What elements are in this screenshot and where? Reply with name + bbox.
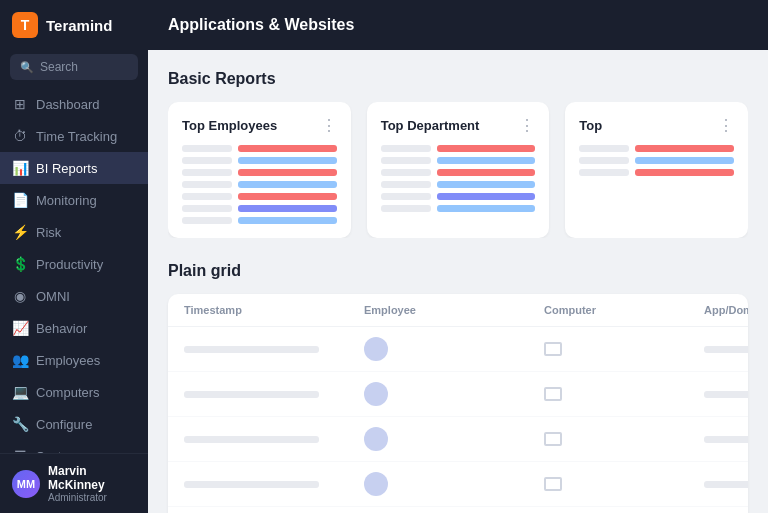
cell-employee-2 [364,427,544,451]
employee-avatar-2 [364,427,388,451]
bar-label-1-3 [381,181,431,188]
bar-fill-1-2 [437,169,536,176]
sidebar-item-monitoring[interactable]: 📄Monitoring [0,184,148,216]
bar-fill-2-1 [635,157,734,164]
bar-row-2-0 [579,145,734,152]
nav-items: ⊞Dashboard⏱Time Tracking📊BI Reports📄Moni… [0,88,148,453]
bar-label-2-2 [579,169,629,176]
computers-icon: 💻 [12,384,28,400]
bar-fill-0-1 [238,157,337,164]
bar-row-1-3 [381,181,536,188]
card-menu-0[interactable]: ⋮ [321,116,337,135]
cell-employee-0 [364,337,544,361]
page-title: Applications & Websites [168,16,354,34]
card-menu-2[interactable]: ⋮ [718,116,734,135]
sidebar-item-label-dashboard: Dashboard [36,97,100,112]
sidebar-item-behavior[interactable]: 📈Behavior [0,312,148,344]
sidebar-item-time-tracking[interactable]: ⏱Time Tracking [0,120,148,152]
cell-app-2 [704,436,748,443]
bar-row-1-0 [381,145,536,152]
sidebar-item-productivity[interactable]: 💲Productivity [0,248,148,280]
cell-app-0 [704,346,748,353]
grid-header: TimestampEmployeeComputerApp/DomainTime [168,294,748,327]
grid-col-2: Computer [544,304,704,316]
cell-timestamp-0 [184,346,364,353]
table-row [168,462,748,507]
sidebar-item-employees[interactable]: 👥Employees [0,344,148,376]
card-menu-1[interactable]: ⋮ [519,116,535,135]
sidebar-item-label-computers: Computers [36,385,100,400]
bar-fill-0-0 [238,145,337,152]
sidebar-item-dashboard[interactable]: ⊞Dashboard [0,88,148,120]
bar-chart-2 [579,145,734,176]
cell-computer-1 [544,387,704,401]
sidebar-item-system[interactable]: ☰System [0,440,148,453]
sidebar-item-computers[interactable]: 💻Computers [0,376,148,408]
bar-fill-1-5 [437,205,536,212]
sidebar-item-label-time-tracking: Time Tracking [36,129,117,144]
report-card-1: Top Department⋮ [367,102,550,238]
user-role: Administrator [48,492,136,503]
bar-label-0-1 [182,157,232,164]
bar-chart-0 [182,145,337,224]
cell-employee-1 [364,382,544,406]
sidebar-item-label-productivity: Productivity [36,257,103,272]
user-profile[interactable]: MM Marvin McKinney Administrator [0,453,148,513]
report-card-0: Top Employees⋮ [168,102,351,238]
cell-computer-2 [544,432,704,446]
risk-icon: ⚡ [12,224,28,240]
table-row [168,507,748,513]
sidebar-item-label-bi-reports: BI Reports [36,161,97,176]
productivity-icon: 💲 [12,256,28,272]
cell-employee-3 [364,472,544,496]
search-icon: 🔍 [20,61,34,74]
time-tracking-icon: ⏱ [12,128,28,144]
sidebar-item-label-behavior: Behavior [36,321,87,336]
grid-body [168,327,748,513]
bar-row-0-6 [182,217,337,224]
sidebar-item-omni[interactable]: ◉OMNI [0,280,148,312]
sidebar: T Teramind 🔍 Search ⊞Dashboard⏱Time Trac… [0,0,148,513]
report-cards-row: Top Employees⋮Top Department⋮Top⋮ [168,102,748,238]
bar-row-0-1 [182,157,337,164]
card-title-0: Top Employees [182,118,277,133]
bar-label-1-4 [381,193,431,200]
dashboard-icon: ⊞ [12,96,28,112]
computer-icon-1 [544,387,562,401]
basic-reports-title: Basic Reports [168,70,748,88]
grid-col-1: Employee [364,304,544,316]
bar-fill-0-6 [238,217,337,224]
bar-label-1-5 [381,205,431,212]
bar-row-1-2 [381,169,536,176]
bar-label-2-0 [579,145,629,152]
sidebar-item-label-configure: Configure [36,417,92,432]
sidebar-item-label-employees: Employees [36,353,100,368]
bar-row-1-1 [381,157,536,164]
cell-timestamp-2 [184,436,364,443]
configure-icon: 🔧 [12,416,28,432]
topbar: Applications & Websites [148,0,768,50]
bar-fill-1-1 [437,157,536,164]
sidebar-item-label-risk: Risk [36,225,61,240]
card-title-1: Top Department [381,118,480,133]
bar-row-0-5 [182,205,337,212]
bar-fill-1-4 [437,193,536,200]
bar-fill-0-5 [238,205,337,212]
report-card-2: Top⋮ [565,102,748,238]
avatar: MM [12,470,40,498]
plain-grid-title: Plain grid [168,262,748,280]
logo-icon: T [12,12,38,38]
sidebar-item-configure[interactable]: 🔧Configure [0,408,148,440]
cell-app-1 [704,391,748,398]
search-box[interactable]: 🔍 Search [10,54,138,80]
sidebar-item-label-omni: OMNI [36,289,70,304]
bar-row-0-0 [182,145,337,152]
cell-timestamp-1 [184,391,364,398]
sidebar-item-risk[interactable]: ⚡Risk [0,216,148,248]
bar-fill-2-2 [635,169,734,176]
computer-icon-0 [544,342,562,356]
sidebar-item-bi-reports[interactable]: 📊BI Reports [0,152,148,184]
cell-app-3 [704,481,748,488]
employee-avatar-1 [364,382,388,406]
table-row [168,372,748,417]
